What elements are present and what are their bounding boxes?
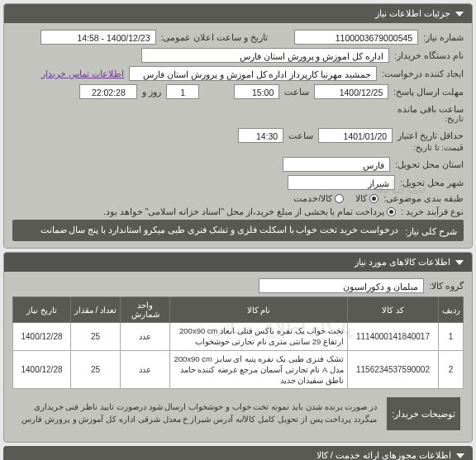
deadline-label: مهلت ارسال پاسخ: [393,87,464,97]
validity-date: 1401/01/20 [318,128,393,143]
group-label: گروه کالا: [429,281,464,291]
province-value: فارس [283,157,390,172]
buyer-org-value: اداره کل اموزش و پرورش استان فارس [141,48,389,63]
time-label-2: ساعت [288,130,313,140]
need-no-label: شماره نیاز: [423,32,464,42]
goods-panel-title: اطلاعات کالاهای مورد نیاز [355,257,450,268]
summary-label: شرح کلی نیاز: [405,225,457,236]
radio-service[interactable]: کالا/خدمت [293,193,344,203]
goods-info-header[interactable]: اطلاعات کالاهای مورد نیاز [4,253,472,272]
city-value: شیراز [288,175,395,190]
validity-sublabel: قیمت: تا تاریخ: [413,143,464,152]
col-row: ردیف [439,297,464,323]
summary-text: درخواست خرید تخت خواب با اسکلت فلزی و تش… [40,225,399,235]
cell-qty: 25 [71,323,121,351]
radio-goods[interactable]: کالا [355,193,378,203]
radio-checked-icon [369,194,378,203]
col-name: نام کالا [170,297,348,323]
province-label: استان محل تحویل: [395,159,464,169]
table-row: 11114000141840017تخت خواب یک نفره باکس ف… [13,323,464,351]
col-qty: تعداد / مقدار [71,297,121,323]
cell-name: تخت خواب یک نفره باکس فنلی ابعاد 200x90 … [170,323,348,351]
cell-date: 1400/12/28 [13,323,71,351]
deadline-sublabel: تاریخ: [445,114,464,123]
cell-code: 1156234537590002 [348,350,439,389]
items-table: ردیف کد کالا نام کالا واحد شمارش تعداد /… [12,296,464,389]
need-details-header[interactable]: جزئیات اطلاعات نیاز [4,4,472,23]
chevron-down-icon [456,453,464,458]
deadline-time: 15:00 [234,84,279,99]
buyer-explain-row: توضیحات خریدار: در صورت برنده شدن باید ن… [12,392,464,435]
cell-unit: عدد [121,323,170,351]
cell-date: 1400/12/28 [13,350,71,389]
need-no-value: 1100003679000545 [294,30,418,45]
radio-service-label: کالا/خدمت [293,193,332,203]
announce-label: تاریخ و ساعت اعلان عمومی: [161,32,269,42]
group-value: مبلمان و دکوراسیون [259,278,424,293]
validity-time: 14:30 [238,128,283,143]
cell-qty: 25 [71,350,121,389]
cell-idx: 2 [439,350,464,389]
explain-text: در صورت برنده شدن باید نمونه تخت خواب و … [16,397,380,429]
permits-header[interactable]: اطلاعات مجوزهای ارائه خدمت / کالا [3,446,473,460]
class-label: طبقه بندی موضوعی: [383,193,464,203]
summary-block: شرح کلی نیاز: درخواست خرید تخت خواب با ا… [12,220,464,241]
col-date: تاریخ نیاز [13,297,71,323]
days-remaining: 1 [166,84,199,99]
validity-label: حداقل تاریخ اعتبار [397,130,464,140]
buyer-org-label: نام دستگاه خریدار: [394,50,464,60]
remaining-label: ساعت باقی مانده [397,104,464,114]
radio-unchecked-icon [335,194,344,203]
announce-value: 1400/12/23 - 14:58 [40,30,156,45]
explain-label: توضیحات خریدار: [387,397,460,430]
radio-checked-icon [387,207,396,216]
col-code: کد کالا [348,297,439,323]
classification-radio-group: کالا کالا/خدمت [293,193,378,203]
need-details-panel: جزئیات اطلاعات نیاز شماره نیاز: 11000036… [3,3,473,249]
permits-title: اطلاعات مجوزهای ارائه خدمت / کالا [317,450,451,460]
creator-value: جمشید مهرنیا کارپرداز اداره کل اموزش و پ… [129,66,377,81]
process-note: پرداخت تمام یا بخشی از مبلغ خرید،از محل … [103,206,384,216]
chevron-down-icon [455,12,464,17]
city-label: شهر محل تحویل: [400,178,464,187]
process-label: نوع فرآیند خرید : [401,206,464,216]
creator-label: ایجاد کننده درخواست: [382,69,464,78]
radio-goods-label: کالا [355,193,367,203]
cell-unit: عدد [121,350,170,389]
deadline-date: 1400/12/25 [314,84,388,99]
goods-info-panel: اطلاعات کالاهای مورد نیاز گروه کالا: مبل… [3,252,473,443]
cell-name: تشک فنری طبی یک نفره پنبه ای سایز 200x90… [170,350,348,389]
time-label-1: ساعت [284,87,309,97]
cell-idx: 1 [439,323,464,351]
process-radio[interactable]: پرداخت تمام یا بخشی از مبلغ خرید،از محل … [103,206,396,216]
contact-link[interactable]: اطلاعات تماس خریدار [41,69,124,79]
col-unit: واحد شمارش [121,297,170,323]
table-row: 21156234537590002تشک فنری طبی یک نفره پن… [13,350,464,389]
cell-code: 1114000141840017 [348,323,439,351]
time-remaining: 22:02:28 [79,84,137,99]
days-and-label: روز و [142,87,161,97]
panel-title: جزئیات اطلاعات نیاز [375,8,450,19]
chevron-down-icon [455,260,464,265]
